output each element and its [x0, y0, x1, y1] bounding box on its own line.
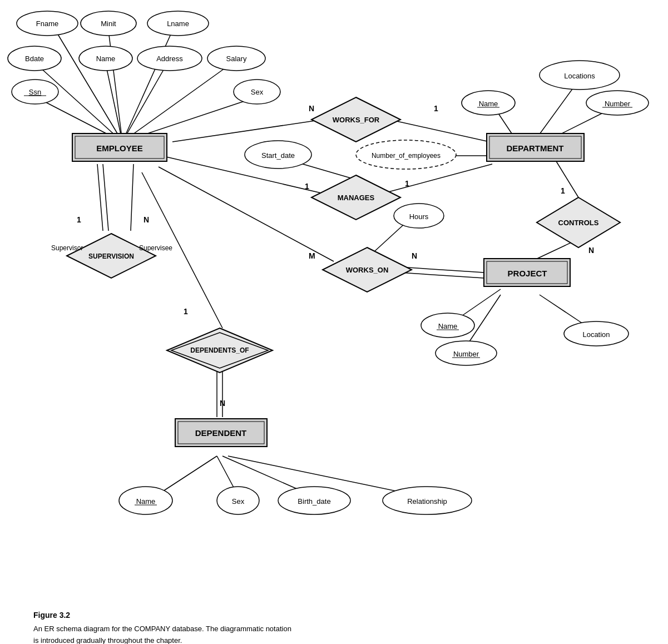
works-for-n: N	[309, 104, 314, 113]
manages-label: MANAGES	[338, 194, 375, 202]
caption-line2: is introduced gradually throughout the c…	[33, 635, 668, 644]
caption-line1: An ER schema diagram for the COMPANY dat…	[33, 623, 668, 635]
caption-title: Figure 3.2	[33, 609, 668, 621]
proj-number-attr: Number	[453, 350, 479, 358]
address-attr: Address	[156, 55, 183, 63]
num-employees-attr: Number_of_employees	[372, 152, 441, 160]
start-date-attr: Start_date	[261, 151, 295, 160]
dependent-label: DEPENDENT	[195, 428, 247, 438]
supervision-1: 1	[77, 215, 81, 224]
dep-relationship-attr: Relationship	[407, 497, 447, 506]
minit-attr: Minit	[101, 19, 116, 28]
dep-name-attr: Name	[136, 497, 156, 506]
supervision-label: SUPERVISION	[88, 252, 134, 260]
dep-sex-attr: Sex	[232, 497, 245, 506]
svg-rect-0	[0, 0, 668, 606]
location-attr: Location	[582, 330, 610, 339]
emp-name-attr: Name	[96, 55, 116, 63]
works-for-1: 1	[434, 104, 438, 113]
manages-1-dept: 1	[405, 179, 409, 188]
controls-n: N	[588, 246, 594, 255]
department-label: DEPARTMENT	[506, 143, 563, 153]
employee-label: EMPLOYEE	[96, 143, 142, 153]
salary-attr: Salary	[226, 55, 247, 63]
fname-attr: Fname	[36, 19, 58, 28]
project-label: PROJECT	[508, 269, 547, 278]
er-diagram: EMPLOYEE DEPARTMENT PROJECT DEPENDENT WO…	[0, 0, 668, 606]
hours-attr: Hours	[409, 212, 429, 221]
dependents-of-label: DEPENDENTS_OF	[190, 346, 249, 354]
locations-attr: Locations	[564, 72, 595, 80]
emp-sex-attr: Sex	[251, 88, 264, 96]
controls-label: CONTROLS	[558, 219, 599, 227]
works-on-label: WORKS_ON	[346, 266, 389, 274]
ssn-attr: Ssn	[29, 88, 41, 96]
dep-birthdate-attr: Birth_date	[298, 497, 330, 506]
supervisor-label: Supervisor	[51, 244, 83, 252]
dependents-of-1: 1	[184, 307, 188, 316]
works-for-label: WORKS_FOR	[333, 116, 380, 124]
works-on-n: N	[412, 251, 417, 260]
dept-number-attr: Number	[605, 100, 631, 108]
supervisee-label: Supervisee	[139, 244, 172, 252]
works-on-m: M	[309, 251, 315, 260]
dependents-of-n: N	[220, 399, 225, 408]
bdate-attr: Bdate	[25, 55, 44, 63]
dept-name-attr: Name	[479, 100, 498, 108]
controls-1: 1	[561, 186, 565, 195]
supervision-n: N	[144, 215, 149, 224]
manages-1-emp: 1	[305, 182, 309, 191]
proj-name-attr: Name	[438, 322, 458, 330]
figure-caption: Figure 3.2 An ER schema diagram for the …	[17, 601, 668, 644]
lname-attr: Lname	[167, 19, 189, 28]
